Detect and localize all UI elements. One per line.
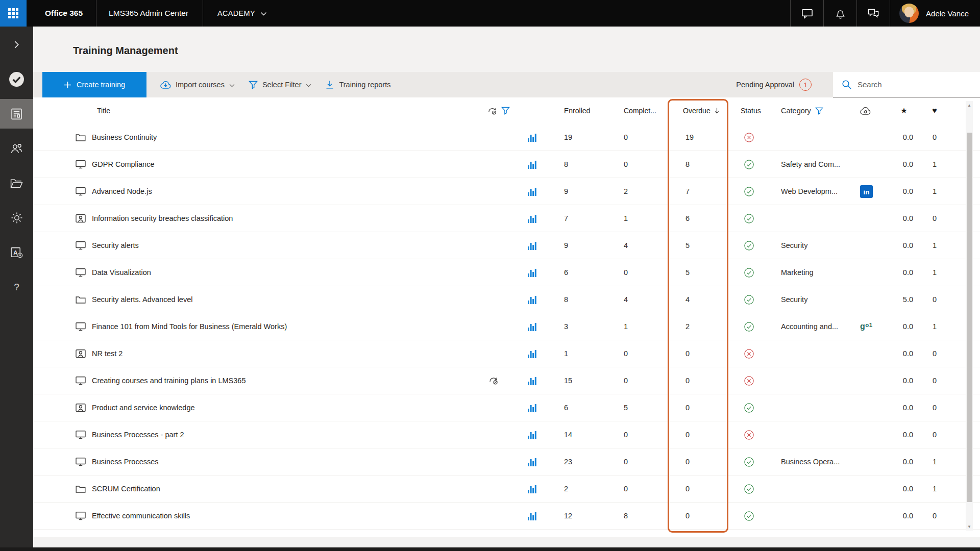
status-ok-icon (744, 321, 754, 332)
filter-funnel-icon[interactable] (815, 107, 823, 115)
pending-approval-button[interactable]: Pending Approval 1 (736, 79, 812, 91)
row-title-link[interactable]: Data Visualization (92, 268, 487, 277)
table-row[interactable]: Effective communication skills 12 8 0 0.… (33, 503, 980, 530)
import-courses-button[interactable]: Import courses (160, 81, 235, 89)
row-title-link[interactable]: Finance 101 from Mind Tools for Business… (92, 322, 487, 331)
row-overdue-value: 2 (668, 322, 728, 331)
row-title-link[interactable]: Creating courses and training plans in L… (92, 377, 487, 385)
chat-button[interactable] (791, 0, 823, 27)
analytics-chart-icon[interactable] (528, 187, 536, 196)
table-row[interactable]: Business Processes 23 0 0 Business Opera… (33, 448, 980, 475)
analytics-chart-icon[interactable] (528, 485, 536, 493)
analytics-chart-icon[interactable] (528, 133, 536, 142)
table-row[interactable]: Advanced Node.js 9 2 7 Web Developm... i… (33, 178, 980, 205)
sidebar-item-lms365-home[interactable] (0, 64, 33, 94)
column-header-status[interactable]: Status (728, 107, 773, 115)
row-title-link[interactable]: Business Continuity (92, 133, 487, 141)
table-row[interactable]: SCRUM Certification 2 0 0 0.0 1 (33, 475, 980, 503)
analytics-chart-icon[interactable] (528, 322, 536, 331)
table-row[interactable]: Security alerts. Advanced level 8 4 4 Se… (33, 286, 980, 313)
sidebar-item-office-admin[interactable]: A (0, 238, 33, 267)
notifications-button[interactable] (824, 0, 856, 27)
scroll-down-arrow-icon[interactable]: ▼ (966, 522, 973, 531)
sidebar-item-users[interactable] (0, 134, 33, 163)
tenant-dropdown[interactable]: ACADEMY (203, 0, 276, 27)
sidebar-item-help[interactable]: ? (0, 272, 33, 302)
row-title-link[interactable]: NR test 2 (92, 349, 487, 358)
create-training-button[interactable]: Create training (42, 72, 146, 97)
row-title-link[interactable]: Business Processes (92, 458, 487, 466)
search-input[interactable] (857, 80, 970, 89)
row-enrolled-value: 12 (556, 512, 615, 520)
table-row[interactable]: Creating courses and training plans in L… (33, 367, 980, 394)
row-rating-value: 0.0 (888, 268, 920, 277)
sidebar-item-training-management[interactable] (0, 99, 33, 129)
row-likes-value: 0 (920, 404, 949, 412)
training-reports-button[interactable]: Training reports (325, 80, 390, 89)
row-title-link[interactable]: GDPR Compliance (92, 160, 487, 168)
column-header-provider[interactable] (850, 107, 888, 115)
analytics-chart-icon[interactable] (528, 404, 536, 412)
scrollbar-thumb[interactable] (967, 133, 972, 502)
row-title-link[interactable]: Security alerts. Advanced level (92, 295, 487, 304)
analytics-chart-icon[interactable] (528, 268, 536, 277)
column-header-likes[interactable]: ♥ (920, 106, 949, 115)
sidebar-item-settings[interactable] (0, 203, 33, 233)
row-title-link[interactable]: Information security breaches classifica… (92, 214, 487, 222)
row-likes-value: 0 (920, 512, 949, 520)
column-header-overdue[interactable]: Overdue (668, 107, 728, 115)
column-header-enrolled[interactable]: Enrolled (556, 107, 615, 115)
analytics-chart-icon[interactable] (528, 214, 536, 223)
filter-funnel-icon[interactable] (501, 107, 510, 115)
command-bar: Create training Import courses Select Fi… (33, 72, 980, 97)
table-row[interactable]: Finance 101 from Mind Tools for Business… (33, 313, 980, 340)
analytics-chart-icon[interactable] (528, 160, 536, 169)
table-row[interactable]: Data Visualization 6 0 5 Marketing 0.0 1 (33, 259, 980, 286)
table-row[interactable]: Product and service knowledge 6 5 0 0.0 … (33, 394, 980, 421)
analytics-chart-icon[interactable] (528, 377, 536, 385)
select-filter-button[interactable]: Select Filter (249, 81, 312, 89)
row-category: Security (773, 241, 850, 249)
sidebar-expand-button[interactable] (0, 30, 33, 59)
row-completed-value: 0 (615, 133, 668, 141)
row-category: Security (773, 295, 850, 304)
row-rating-value: 0.0 (888, 377, 920, 385)
app-launcher-waffle-icon[interactable] (0, 0, 27, 27)
sync-disabled-icon[interactable] (487, 106, 498, 116)
column-header-category[interactable]: Category (773, 107, 850, 115)
row-overdue-value: 0 (668, 512, 728, 520)
feedback-button[interactable] (857, 0, 890, 27)
row-title-link[interactable]: SCRUM Certification (92, 485, 487, 493)
row-title-link[interactable]: Product and service knowledge (92, 404, 487, 412)
column-header-rating[interactable]: ★ (888, 106, 920, 115)
table-row[interactable]: GDPR Compliance 8 0 8 Safety and Com... … (33, 151, 980, 178)
table-row[interactable]: Information security breaches classifica… (33, 205, 980, 232)
column-header-title[interactable]: Title (92, 107, 487, 115)
vertical-scrollbar[interactable]: ▲ ▼ (966, 101, 973, 531)
analytics-chart-icon[interactable] (528, 295, 536, 304)
search-box[interactable] (833, 72, 980, 97)
row-likes-value: 1 (920, 268, 949, 277)
row-title-link[interactable]: Effective communication skills (92, 512, 487, 520)
row-overdue-value: 0 (668, 377, 728, 385)
scroll-up-arrow-icon[interactable]: ▲ (966, 101, 973, 109)
row-rating-value: 0.0 (888, 214, 920, 222)
analytics-chart-icon[interactable] (528, 349, 536, 358)
table-row[interactable]: Business Processes - part 2 14 0 0 0.0 0 (33, 421, 980, 448)
table-row[interactable]: Business Continuity 19 0 19 0.0 0 (33, 124, 980, 151)
brand-office365[interactable]: Office 365 (27, 0, 96, 27)
analytics-chart-icon[interactable] (528, 431, 536, 439)
row-title-link[interactable]: Security alerts (92, 241, 487, 249)
row-title-link[interactable]: Business Processes - part 2 (92, 431, 487, 439)
analytics-chart-icon[interactable] (528, 512, 536, 520)
column-header-completed[interactable]: Complet... (615, 107, 668, 115)
sidebar-item-course-catalog[interactable] (0, 168, 33, 198)
table-row[interactable]: NR test 2 1 0 0 0.0 0 (33, 340, 980, 367)
analytics-chart-icon[interactable] (528, 241, 536, 250)
account-menu[interactable]: Adele Vance (890, 0, 980, 27)
row-completed-value: 0 (615, 349, 668, 358)
analytics-chart-icon[interactable] (528, 458, 536, 466)
table-row[interactable]: Security alerts 9 4 5 Security 0.0 1 (33, 232, 980, 259)
row-title-link[interactable]: Advanced Node.js (92, 187, 487, 195)
row-likes-value: 0 (920, 214, 949, 222)
